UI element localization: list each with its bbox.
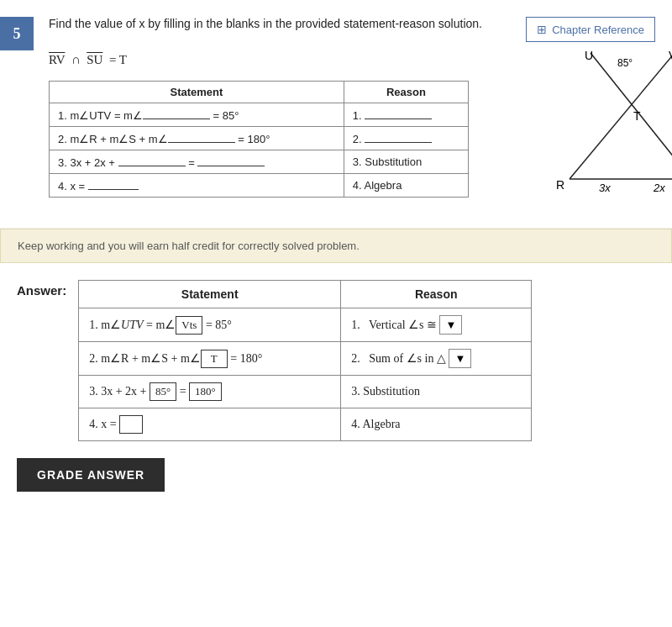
table-row: 1. m∠UTV = m∠ = 85° 1. xyxy=(50,103,469,127)
chapter-reference-button[interactable]: ⊞ Chapter Reference xyxy=(526,17,655,42)
answer-reason-header: Reason xyxy=(341,281,532,308)
answer-table-container: Statement Reason 1. m∠UTV = m∠Vts = 85° … xyxy=(78,280,532,441)
question-content: RV ∩ SU = T Statement Reason xyxy=(49,45,672,213)
reason-cell-3: 3. Substitution xyxy=(344,150,468,174)
statement-1-prefix: 1. m∠UTV = m∠ xyxy=(89,319,176,331)
reason-4-text: 4. Algebra xyxy=(351,418,400,430)
answer-row-4: 4. x = 4. Algebra xyxy=(79,408,532,441)
statement-1-suffix: = 85° xyxy=(202,319,232,331)
question-container: 5 Find the value of x by filling in the … xyxy=(0,0,672,229)
blank-reason-2 xyxy=(365,131,432,143)
chapter-ref-label: Chapter Reference xyxy=(552,24,644,36)
reason-cell-4: 4. Algebra xyxy=(344,174,468,198)
triangle-svg: U V 85° T R 3x 2x S xyxy=(544,45,672,213)
grade-answer-button[interactable]: GRADE ANSWER xyxy=(17,458,165,492)
answer-statement-1: 1. m∠UTV = m∠Vts = 85° xyxy=(79,308,341,342)
blank-3a xyxy=(118,155,186,166)
v-label: V xyxy=(669,49,672,62)
statement-cell-2: 2. m∠R + m∠S + m∠ = 180° xyxy=(50,127,344,150)
reason-3-text: 3. Substitution xyxy=(351,385,420,398)
reason-2-dropdown[interactable]: ▼ xyxy=(449,349,471,368)
blank-2 xyxy=(168,131,235,143)
answer-table: Statement Reason 1. m∠UTV = m∠Vts = 85° … xyxy=(78,280,532,441)
statement-3-filled-2[interactable]: 180° xyxy=(189,382,222,401)
svg-line-0 xyxy=(570,53,672,179)
answer-statement-3: 3. 3x + 2x + 85° = 180° xyxy=(79,376,341,408)
answer-row-3: 3. 3x + 2x + 85° = 180° 3. Substitution xyxy=(79,376,532,408)
statement-2-suffix: = 180° xyxy=(228,352,263,365)
statement-header: Statement xyxy=(50,82,344,103)
reason-1-dropdown[interactable]: ▼ xyxy=(439,315,462,335)
x-value-input[interactable] xyxy=(119,415,143,434)
reason-cell-2: 2. xyxy=(344,127,468,150)
reason-2-number: 2. xyxy=(351,352,360,365)
statement-2-filled[interactable]: T xyxy=(201,350,228,368)
reason-2-text: Sum of ∠s in △ xyxy=(369,352,446,365)
banner-text: Keep working and you will earn half cred… xyxy=(18,240,360,252)
t-label: T xyxy=(633,109,641,123)
answer-row-2: 2. m∠R + m∠S + m∠T = 180° 2. Sum of ∠s i… xyxy=(79,342,532,376)
statement-1-filled[interactable]: Vts xyxy=(176,316,202,335)
r-label: R xyxy=(556,178,564,192)
angle-label: 85° xyxy=(617,57,633,69)
given-statement: RV ∩ SU = T xyxy=(49,53,469,67)
answer-reason-3: 3. Substitution xyxy=(341,376,532,408)
reason-header: Reason xyxy=(344,82,468,103)
triangle-diagram: U V 85° T R 3x 2x S xyxy=(544,45,672,213)
half-credit-banner: Keep working and you will earn half cred… xyxy=(0,229,672,263)
proof-table: Statement Reason 1. m∠UTV = m∠ = 85° 1. xyxy=(49,81,469,198)
answer-reason-1: 1. Vertical ∠s ≅ ▼ xyxy=(341,308,532,342)
answer-reason-2: 2. Sum of ∠s in △ ▼ xyxy=(341,342,532,376)
statement-3-filled-1[interactable]: 85° xyxy=(150,382,176,401)
statement-3-prefix: 3. 3x + 2x + xyxy=(89,385,150,398)
u-label: U xyxy=(585,49,593,62)
su-overline: SU xyxy=(87,53,102,66)
reason-1-text: Vertical ∠s ≅ xyxy=(369,319,437,331)
statement-cell-4: 4. x = xyxy=(50,174,344,198)
question-number: 5 xyxy=(0,17,34,50)
question-body: Find the value of x by filling in the bl… xyxy=(49,15,672,213)
answer-statement-2: 2. m∠R + m∠S + m∠T = 180° xyxy=(79,342,341,376)
reason-1-number: 1. xyxy=(351,319,360,331)
blank-1 xyxy=(143,108,210,119)
3x-label: 3x xyxy=(599,182,611,194)
table-row: 3. 3x + 2x + = 3. Substitution xyxy=(50,150,469,174)
statement-3-eq: = xyxy=(176,385,189,398)
blank-3b xyxy=(197,155,265,166)
statement-4-prefix: 4. x = xyxy=(89,418,119,430)
answer-section: Answer: Statement Reason 1. m∠UTV = m∠Vt… xyxy=(0,263,672,508)
answer-statement-4: 4. x = xyxy=(79,408,341,441)
2x-label: 2x xyxy=(653,182,665,194)
reason-cell-1: 1. xyxy=(344,103,468,127)
bookmark-icon: ⊞ xyxy=(537,23,547,36)
statement-cell-1: 1. m∠UTV = m∠ = 85° xyxy=(50,103,344,127)
svg-line-1 xyxy=(591,53,672,179)
statement-2-prefix: 2. m∠R + m∠S + m∠ xyxy=(89,352,201,365)
answer-reason-4: 4. Algebra xyxy=(341,408,532,441)
table-row: 4. x = 4. Algebra xyxy=(50,174,469,198)
answer-row-1: 1. m∠UTV = m∠Vts = 85° 1. Vertical ∠s ≅ … xyxy=(79,308,532,342)
table-row: 2. m∠R + m∠S + m∠ = 180° 2. xyxy=(50,127,469,150)
answer-label: Answer: xyxy=(17,280,66,298)
rv-overline: RV xyxy=(49,53,65,66)
blank-4 xyxy=(88,178,139,190)
blank-reason-1 xyxy=(365,108,432,119)
statement-cell-3: 3. 3x + 2x + = xyxy=(50,150,344,174)
given-label: RV ∩ SU = T xyxy=(49,53,127,67)
answer-statement-header: Statement xyxy=(79,281,341,308)
answer-row: Answer: Statement Reason 1. m∠UTV = m∠Vt… xyxy=(17,280,655,441)
